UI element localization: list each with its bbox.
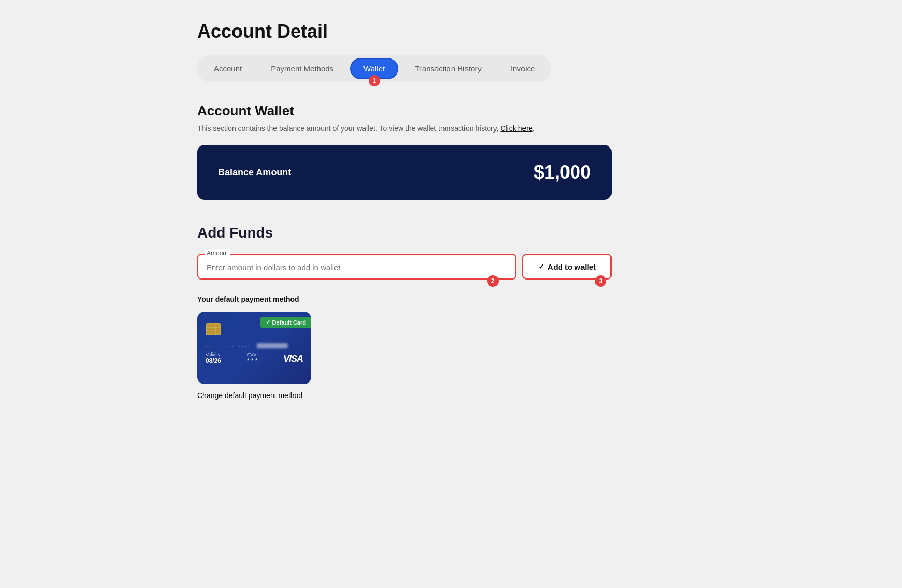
click-here-link[interactable]: Click here bbox=[500, 124, 532, 133]
tab-payment-methods[interactable]: Payment Methods bbox=[258, 58, 346, 79]
credit-card: ✓ Default Card .... .... .... Validity 0… bbox=[197, 312, 311, 384]
page-container: Account Detail Account Payment Methods W… bbox=[166, 0, 736, 421]
add-funds-row: Amount ✓ Add to wallet 2 3 bbox=[197, 254, 612, 280]
tab-account[interactable]: Account bbox=[201, 58, 254, 79]
add-to-wallet-label: Add to wallet bbox=[548, 262, 596, 271]
visa-logo: VISA bbox=[283, 354, 303, 364]
check-icon: ✓ bbox=[266, 319, 270, 326]
wallet-tab-container: Wallet 1 bbox=[350, 58, 398, 79]
tab-invoice[interactable]: Invoice bbox=[498, 58, 548, 79]
page-title: Account Detail bbox=[197, 21, 705, 42]
wallet-section-title: Account Wallet bbox=[197, 103, 705, 119]
amount-label: Amount bbox=[205, 249, 230, 257]
card-validity: Validity 08/26 bbox=[206, 352, 221, 364]
card-number-dots: .... .... .... bbox=[206, 342, 303, 349]
add-funds-title: Add Funds bbox=[197, 225, 705, 241]
card-cvv: CVV * * * bbox=[247, 352, 258, 364]
amount-input[interactable] bbox=[207, 259, 507, 272]
tabs-bar: Account Payment Methods Wallet 1 Transac… bbox=[197, 55, 551, 82]
badge-3: 3 bbox=[595, 275, 606, 287]
checkmark-icon: ✓ bbox=[538, 262, 545, 271]
wallet-tab-badge: 1 bbox=[369, 75, 380, 86]
amount-field-wrapper: Amount bbox=[197, 254, 516, 280]
default-card-badge: ✓ Default Card bbox=[260, 317, 311, 328]
tab-transaction-history[interactable]: Transaction History bbox=[402, 58, 494, 79]
badge-2: 2 bbox=[487, 275, 499, 287]
chip-icon bbox=[206, 323, 221, 335]
balance-card: Balance Amount $1,000 bbox=[197, 145, 612, 200]
card-number-blur bbox=[257, 343, 288, 348]
payment-method-label: Your default payment method bbox=[197, 295, 705, 303]
card-bottom: Validity 08/26 CVV * * * VISA bbox=[206, 352, 303, 364]
balance-amount: $1,000 bbox=[534, 161, 591, 183]
change-payment-method-link[interactable]: Change default payment method bbox=[197, 391, 302, 400]
wallet-section-desc: This section contains the balance amount… bbox=[197, 124, 705, 133]
balance-label: Balance Amount bbox=[218, 167, 291, 178]
